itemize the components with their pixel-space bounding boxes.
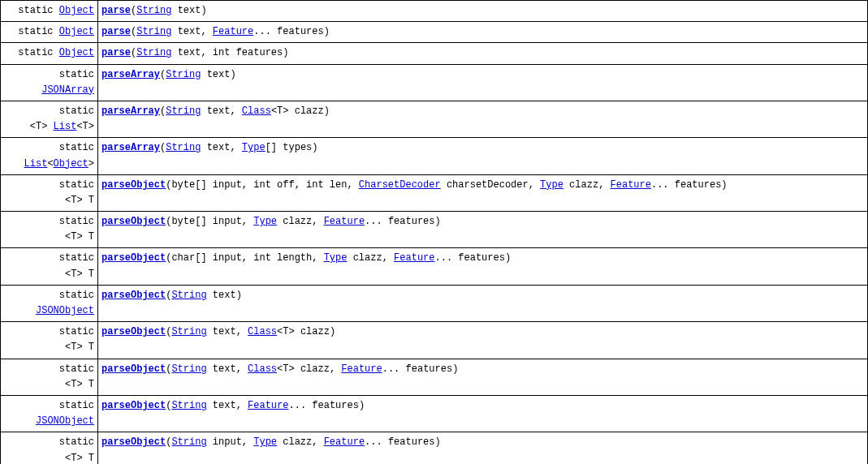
type-type[interactable]: Type <box>540 179 564 191</box>
type-charsetdecoder[interactable]: CharsetDecoder <box>359 179 441 191</box>
type-string[interactable]: String <box>171 290 206 301</box>
signature-cell: parseObject(String text, Class<T> clazz,… <box>98 359 868 395</box>
param-seg: (byte[] input, <box>166 216 253 227</box>
method-parse[interactable]: parse <box>101 47 131 58</box>
type-string[interactable]: String <box>136 5 171 16</box>
type-string[interactable]: String <box>171 436 206 448</box>
api-row: static Object parse(String text, int fea… <box>1 43 868 64</box>
signature-cell: parseArray(String text) <box>98 64 868 101</box>
keyword-static: static <box>18 5 53 16</box>
keyword-static: static <box>59 326 94 337</box>
type-jsonobject[interactable]: JSONObject <box>36 415 94 427</box>
type-string[interactable]: String <box>136 26 171 37</box>
signature-cell: parseObject(byte[] input, int off, int l… <box>98 174 868 211</box>
method-parse[interactable]: parse <box>101 5 131 16</box>
method-parsearray[interactable]: parseArray <box>101 69 160 80</box>
type-object[interactable]: Object <box>59 5 94 16</box>
type-jsonobject[interactable]: JSONObject <box>36 305 94 316</box>
type-object[interactable]: Object <box>59 26 94 37</box>
type-type[interactable]: Type <box>253 436 277 448</box>
type-list[interactable]: List <box>24 158 48 170</box>
modifier-cell: static List<Object> <box>1 138 98 174</box>
modifier-cell: static <T> T <box>1 359 98 395</box>
signature-cell: parseObject(char[] input, int length, Ty… <box>98 248 868 285</box>
generic-t-t: <T> T <box>65 269 94 280</box>
param-sep: text, <box>207 363 248 375</box>
api-row: static Object parse(String text, Feature… <box>1 22 868 43</box>
param-tail: ... features) <box>253 26 330 37</box>
modifier-cell: static <T> T <box>1 248 98 285</box>
modifier-cell: static <T> T <box>1 432 98 464</box>
keyword-static: static <box>59 142 94 153</box>
param-seg: clazz, <box>277 216 324 227</box>
method-parse[interactable]: parse <box>101 26 131 37</box>
type-string[interactable]: String <box>171 400 206 411</box>
type-object[interactable]: Object <box>59 47 94 58</box>
method-parsearray[interactable]: parseArray <box>101 142 160 153</box>
keyword-static: static <box>59 290 94 301</box>
type-type[interactable]: Type <box>242 142 266 153</box>
type-string[interactable]: String <box>171 363 206 375</box>
method-parseobject[interactable]: parseObject <box>101 400 166 411</box>
keyword-static: static <box>59 363 94 375</box>
modifier-cell: static <T> T <box>1 174 98 211</box>
type-feature[interactable]: Feature <box>213 26 253 37</box>
signature-cell: parseArray(String text, Class<T> clazz) <box>98 101 868 137</box>
api-row: static <T> T parseObject(byte[] input, T… <box>1 212 868 248</box>
param-seg: charsetDecoder, <box>441 179 540 191</box>
type-feature[interactable]: Feature <box>341 363 382 375</box>
type-feature[interactable]: Feature <box>248 400 288 411</box>
keyword-static: static <box>59 216 94 227</box>
type-string[interactable]: String <box>136 47 171 58</box>
method-parseobject[interactable]: parseObject <box>101 216 166 227</box>
type-string[interactable]: String <box>166 69 201 80</box>
modifier-cell: static <T> List<T> <box>1 101 98 137</box>
type-type[interactable]: Type <box>324 252 348 264</box>
type-feature[interactable]: Feature <box>394 252 434 264</box>
api-row: static <T> T parseObject(String text, Cl… <box>1 322 868 359</box>
param-seg: clazz, <box>564 179 611 191</box>
signature-cell: parse(String text, Feature... features) <box>98 22 868 43</box>
param-tail: ... features) <box>365 436 441 448</box>
type-feature[interactable]: Feature <box>324 436 365 448</box>
modifier-cell: static JSONObject <box>1 285 98 321</box>
signature-cell: parse(String text) <box>98 1 868 22</box>
param-seg: clazz, <box>347 252 394 264</box>
type-class[interactable]: Class <box>242 105 271 117</box>
type-string[interactable]: String <box>171 326 206 337</box>
type-object[interactable]: Object <box>54 158 89 170</box>
param-sep: text, <box>207 326 248 337</box>
param-sep: text, <box>171 26 212 37</box>
keyword-static: static <box>59 400 94 411</box>
param-seg: input, <box>207 436 254 448</box>
type-feature[interactable]: Feature <box>611 179 651 191</box>
generic-t-t: <T> T <box>65 453 94 464</box>
param-tail: text) <box>207 290 242 301</box>
method-parseobject[interactable]: parseObject <box>101 290 166 301</box>
method-parseobject[interactable]: parseObject <box>101 179 166 191</box>
param-sep: text, <box>201 105 241 117</box>
api-row: static <T> T parseObject(String text, Cl… <box>1 359 868 395</box>
method-parseobject[interactable]: parseObject <box>101 436 166 448</box>
signature-cell: parseObject(byte[] input, Type clazz, Fe… <box>98 212 868 248</box>
type-jsonarray[interactable]: JSONArray <box>41 84 94 96</box>
api-row: static List<Object> parseArray(String te… <box>1 138 868 174</box>
type-type[interactable]: Type <box>253 216 277 227</box>
method-parseobject[interactable]: parseObject <box>101 363 166 375</box>
param-tail: <T> clazz) <box>271 105 330 117</box>
method-parsearray[interactable]: parseArray <box>101 105 160 117</box>
method-parseobject[interactable]: parseObject <box>101 326 166 337</box>
api-row: static JSONArray parseArray(String text) <box>1 64 868 101</box>
type-list[interactable]: List <box>54 121 77 132</box>
param-seg: (byte[] input, int off, int len, <box>166 179 359 191</box>
type-string[interactable]: String <box>166 105 201 117</box>
api-row: static JSONObject parseObject(String tex… <box>1 285 868 321</box>
param-tail: ... features) <box>382 363 459 375</box>
type-class[interactable]: Class <box>248 326 277 337</box>
type-string[interactable]: String <box>166 142 201 153</box>
param-sep: text, <box>201 142 241 153</box>
type-feature[interactable]: Feature <box>324 216 365 227</box>
api-method-table: static Object parse(String text) static … <box>0 0 868 464</box>
type-class[interactable]: Class <box>248 363 277 375</box>
method-parseobject[interactable]: parseObject <box>101 252 166 264</box>
